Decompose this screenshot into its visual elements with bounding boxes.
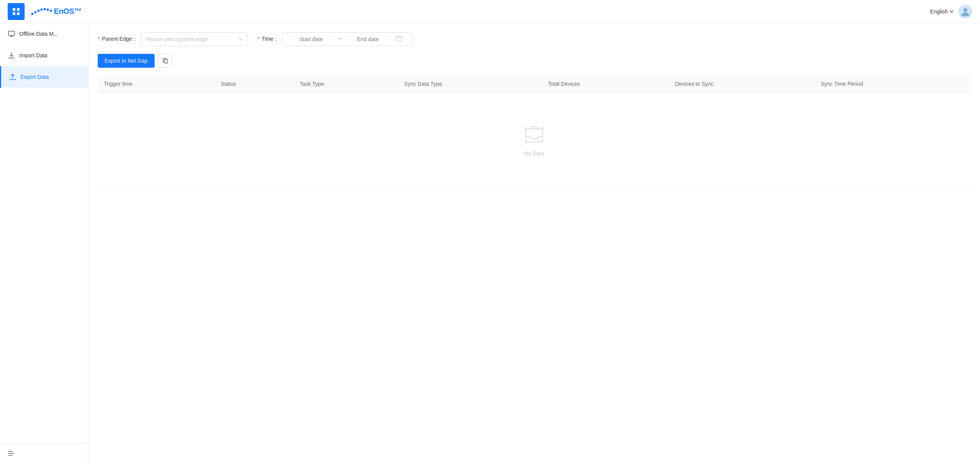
- select-dropdown-icon: [238, 37, 243, 42]
- filter-bar: * Parent Edge： Please select parent edge…: [98, 32, 971, 46]
- table-header: Trigger time Status Task Type Sync Data …: [98, 75, 971, 93]
- data-table: Trigger time Status Task Type Sync Data …: [98, 75, 971, 185]
- svg-rect-13: [396, 36, 402, 41]
- svg-rect-0: [13, 8, 15, 11]
- svg-rect-2: [13, 12, 15, 15]
- header-left: EnOS™: [8, 3, 82, 20]
- required-star-time: *: [257, 36, 259, 42]
- svg-point-7: [40, 8, 43, 11]
- copy-icon: [162, 58, 168, 64]
- col-trigger-time: Trigger time: [98, 75, 215, 93]
- svg-point-5: [34, 11, 37, 13]
- no-data-icon: [522, 121, 547, 146]
- no-data-cell: No Data: [98, 93, 971, 185]
- language-label: English: [930, 8, 948, 15]
- no-data-text: No Data: [524, 150, 544, 157]
- no-data-row: No Data: [98, 93, 971, 185]
- hamburger-icon[interactable]: [8, 452, 15, 458]
- svg-rect-3: [17, 12, 20, 15]
- copy-button[interactable]: [158, 54, 172, 68]
- enos-logo-dots: [31, 7, 54, 16]
- svg-point-6: [37, 10, 40, 12]
- no-data-container: No Data: [104, 98, 965, 180]
- language-selector[interactable]: English: [930, 8, 954, 15]
- app-grid-button[interactable]: [8, 3, 25, 20]
- sidebar-item-label-export: Export Data: [20, 74, 49, 80]
- col-status: Status: [215, 75, 293, 93]
- parent-edge-label: * Parent Edge：: [98, 36, 137, 43]
- sidebar-item-label-offline: Offline Data M...: [19, 31, 58, 37]
- parent-edge-placeholder: Please select parent edge: [145, 36, 208, 42]
- col-task-type: Task Type: [293, 75, 398, 93]
- logo: EnOS™: [31, 7, 82, 16]
- upload-icon: [9, 73, 17, 81]
- monitor-icon: [8, 30, 15, 38]
- content-area: * Parent Edge： Please select parent edge…: [88, 23, 980, 465]
- action-bar: Export to Net Gap: [98, 54, 971, 68]
- sidebar-bottom: [0, 443, 88, 465]
- chevron-down-icon: [949, 9, 954, 14]
- menu-lines-icon: [8, 450, 15, 457]
- end-date-input[interactable]: [343, 36, 393, 42]
- avatar[interactable]: [958, 5, 972, 18]
- sidebar-item-offline-data[interactable]: Offline Data M...: [0, 23, 88, 45]
- export-to-net-gap-button[interactable]: Export to Net Gap: [98, 54, 155, 68]
- grid-icon: [12, 7, 20, 16]
- svg-point-4: [31, 13, 33, 15]
- start-date-input[interactable]: [286, 36, 336, 42]
- time-label: * Time：: [257, 36, 279, 43]
- date-range-picker[interactable]: ~: [282, 32, 413, 46]
- svg-point-10: [50, 10, 52, 12]
- parent-edge-group: * Parent Edge： Please select parent edge: [98, 32, 248, 46]
- svg-point-8: [43, 8, 46, 10]
- enos-text: EnOS™: [54, 7, 82, 16]
- col-total-devices: Total Devices: [542, 75, 669, 93]
- sidebar-item-import-data[interactable]: Import Data: [0, 45, 88, 66]
- required-star-edge: *: [98, 36, 100, 42]
- sidebar: Offline Data M... Import Data Export Dat…: [0, 23, 88, 465]
- svg-rect-1: [17, 8, 20, 11]
- svg-point-11: [963, 8, 967, 12]
- svg-rect-14: [164, 60, 168, 63]
- sidebar-item-export-data[interactable]: Export Data: [0, 66, 88, 88]
- col-sync-time-period: Sync Time Period: [815, 75, 971, 93]
- col-sync-data-type: Sync Data Type: [398, 75, 542, 93]
- download-icon: [8, 52, 15, 59]
- svg-rect-12: [8, 31, 15, 35]
- calendar-icon: [396, 35, 402, 43]
- sidebar-item-label-import: Import Data: [19, 52, 47, 58]
- col-devices-to-sync: Devices to Sync: [669, 75, 815, 93]
- header-right: English: [930, 5, 972, 18]
- date-range-separator: ~: [336, 36, 343, 43]
- table-header-row: Trigger time Status Task Type Sync Data …: [98, 75, 971, 93]
- user-avatar-icon: [960, 6, 971, 17]
- parent-edge-select[interactable]: Please select parent edge: [140, 32, 248, 46]
- main-layout: Offline Data M... Import Data Export Dat…: [0, 23, 980, 465]
- table-body: No Data: [98, 93, 971, 185]
- time-group: * Time： ~: [257, 32, 413, 46]
- app-header: EnOS™ English: [0, 0, 980, 23]
- svg-point-9: [47, 8, 49, 11]
